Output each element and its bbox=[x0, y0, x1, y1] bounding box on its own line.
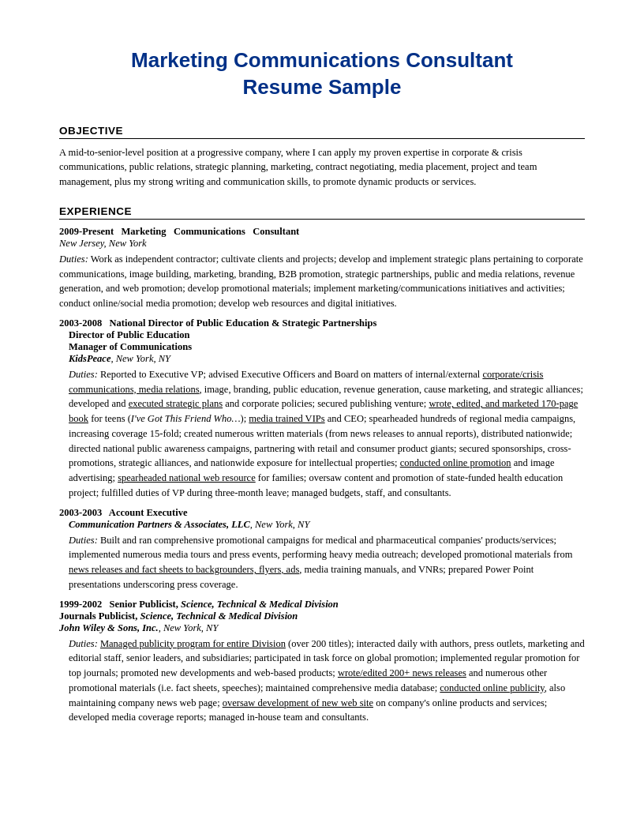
job4-subtitle: Journals Publicist, Science, Technical &… bbox=[59, 610, 585, 622]
job2-duties: Duties: Reported to Executive VP; advise… bbox=[69, 367, 585, 501]
job1-location: New Jersey, New York bbox=[59, 238, 585, 250]
job2-subtitle1: Director of Public Education bbox=[69, 329, 585, 341]
job-entry-2: 2003-2008 National Director of Public Ed… bbox=[59, 317, 585, 501]
job2-company: KidsPeace, New York, NY bbox=[69, 353, 585, 365]
job3-duties: Duties: Built and ran comprehensive prom… bbox=[69, 533, 585, 592]
job1-duties: Duties: Work as independent contractor; … bbox=[59, 252, 585, 311]
job2-subtitle2: Manager of Communications bbox=[69, 341, 585, 353]
job2-header: 2003-2008 National Director of Public Ed… bbox=[59, 317, 585, 329]
job4-duties: Duties: Managed publicity program for en… bbox=[69, 637, 585, 726]
objective-text: A mid-to-senior-level position at a prog… bbox=[59, 145, 585, 190]
resume-page: Marketing Communications Consultant Resu… bbox=[0, 0, 644, 834]
page-title: Marketing Communications Consultant Resu… bbox=[59, 47, 585, 101]
job1-header: 2009-Present Marketing Communications Co… bbox=[59, 226, 585, 238]
job4-company: John Wiley & Sons, Inc., New York, NY bbox=[59, 622, 585, 634]
job3-company: Communication Partners & Associates, LLC… bbox=[69, 519, 585, 531]
job-entry-3: 2003-2003 Account Executive Communicatio… bbox=[59, 507, 585, 592]
objective-heading: OBJECTIVE bbox=[59, 125, 585, 139]
title-line1: Marketing Communications Consultant bbox=[131, 48, 513, 72]
job-entry-4: 1999-2002 Senior Publicist, Science, Tec… bbox=[59, 599, 585, 726]
job3-header: 2003-2003 Account Executive bbox=[59, 507, 585, 519]
title-line2: Resume Sample bbox=[243, 75, 402, 99]
experience-heading: EXPERIENCE bbox=[59, 205, 585, 220]
job4-header: 1999-2002 Senior Publicist, Science, Tec… bbox=[59, 599, 585, 610]
job-entry-1: 2009-Present Marketing Communications Co… bbox=[59, 226, 585, 311]
